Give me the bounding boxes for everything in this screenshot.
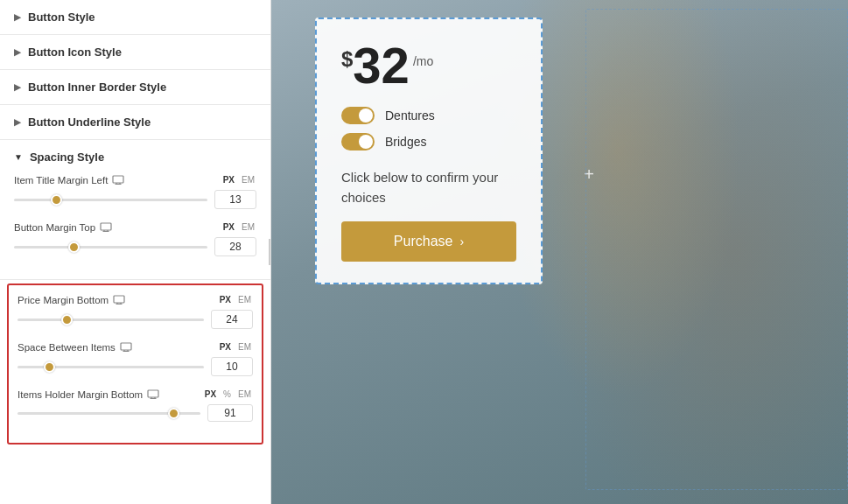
right-panel: $ 32 /mo Dentures Bridges Click below to…: [271, 0, 848, 504]
button-margin-top-label: Button Margin Top: [14, 222, 95, 233]
monitor-icon: [112, 175, 124, 185]
section-button-icon-style-label: Button Icon Style: [28, 46, 122, 59]
unit-px[interactable]: PX: [221, 221, 236, 233]
currency-symbol: $: [341, 47, 353, 72]
toggle-dentures[interactable]: [341, 107, 375, 124]
toggle-bridges-label: Bridges: [385, 135, 426, 149]
section-button-underline-style[interactable]: ▶ Button Underline Style: [0, 105, 270, 140]
field-space-between-items: Space Between Items PX EM: [18, 341, 253, 376]
toggle-bridges-row: Bridges: [341, 133, 516, 150]
spacing-style-section: ▼ Spacing Style Item Title Margin Left: [0, 140, 270, 280]
section-button-style-label: Button Style: [28, 10, 95, 24]
svg-rect-8: [114, 296, 124, 303]
button-margin-top-slider[interactable]: [14, 246, 207, 248]
items-holder-margin-bottom-spinner[interactable]: 91 90 92: [207, 404, 253, 422]
confirm-text: Click below to confirm your choices: [341, 168, 516, 207]
field-label-space-between-items: Space Between Items PX EM: [18, 341, 253, 353]
price-display: $ 32 /mo: [341, 40, 516, 91]
field-item-title-margin-left: Item Title Margin Left PX EM: [14, 174, 256, 209]
chevron-right-icon: ›: [459, 234, 464, 248]
unit-em[interactable]: EM: [236, 341, 253, 353]
unit-tabs-items-holder: PX % EM: [203, 388, 253, 400]
field-label-items-holder-margin: Items Holder Margin Bottom PX % EM: [18, 388, 253, 400]
spacing-style-label: Spacing Style: [30, 150, 104, 164]
unit-percent[interactable]: %: [221, 388, 233, 400]
purchase-button-label: Purchase: [394, 234, 453, 249]
field-label-price-margin-bottom: Price Margin Bottom PX EM: [18, 294, 253, 305]
space-between-items-label: Space Between Items: [18, 342, 116, 353]
toggle-bridges[interactable]: [341, 133, 375, 150]
unit-em[interactable]: EM: [236, 388, 253, 400]
unit-tabs-item-title: PX EM: [221, 174, 256, 186]
svg-rect-16: [148, 390, 158, 397]
arrow-icon: ▶: [14, 47, 21, 57]
monitor-icon: [120, 342, 132, 352]
unit-tabs-price-margin: PX EM: [218, 294, 253, 305]
monitor-icon: [147, 389, 159, 399]
right-dashed-outline: [585, 9, 848, 490]
section-button-icon-style[interactable]: ▶ Button Icon Style: [0, 35, 270, 70]
unit-em[interactable]: EM: [240, 174, 256, 186]
monitor-icon: [113, 295, 125, 304]
item-title-margin-left-input[interactable]: [214, 190, 256, 209]
spacing-arrow-icon: ▼: [14, 152, 23, 162]
section-button-style[interactable]: ▶ Button Style: [0, 0, 270, 35]
space-between-items-input[interactable]: [211, 357, 253, 376]
highlighted-section: Price Margin Bottom PX EM: [7, 284, 263, 444]
arrow-icon: ▶: [14, 117, 21, 127]
field-items-holder-margin-bottom: Items Holder Margin Bottom PX % EM: [18, 388, 253, 422]
arrow-icon: ▶: [14, 12, 21, 22]
items-holder-margin-bottom-label: Items Holder Margin Bottom: [18, 389, 143, 400]
price-amount: 32: [353, 40, 410, 91]
item-title-margin-left-label: Item Title Margin Left: [14, 175, 108, 186]
unit-px[interactable]: PX: [203, 388, 218, 400]
field-button-margin-top: Button Margin Top PX EM: [14, 221, 256, 256]
price-margin-bottom-slider[interactable]: [18, 318, 204, 321]
svg-rect-12: [121, 343, 131, 350]
purchase-button[interactable]: Purchase ›: [341, 221, 516, 262]
unit-em[interactable]: EM: [236, 294, 253, 305]
section-button-inner-border-style-label: Button Inner Border Style: [28, 80, 166, 94]
spacing-style-title[interactable]: ▼ Spacing Style: [14, 150, 256, 164]
unit-em[interactable]: EM: [240, 221, 256, 233]
button-margin-top-input[interactable]: [214, 237, 256, 256]
unit-tabs-space-between: PX EM: [218, 341, 253, 353]
items-holder-margin-bottom-slider[interactable]: [18, 412, 200, 415]
field-label-item-title-margin: Item Title Margin Left PX EM: [14, 174, 256, 186]
svg-rect-0: [113, 176, 123, 183]
unit-tabs-button-margin-top: PX EM: [221, 221, 256, 233]
left-panel: ▶ Button Style ▶ Button Icon Style ▶ But…: [0, 0, 271, 504]
unit-px[interactable]: PX: [221, 174, 236, 186]
pricing-card: $ 32 /mo Dentures Bridges Click below to…: [315, 18, 543, 284]
price-margin-bottom-label: Price Margin Bottom: [18, 295, 109, 305]
svg-rect-4: [101, 223, 111, 230]
arrow-icon: ▶: [14, 82, 21, 92]
toggle-dentures-label: Dentures: [385, 108, 435, 122]
price-period: /mo: [413, 54, 433, 68]
field-price-margin-bottom: Price Margin Bottom PX EM: [18, 294, 253, 329]
price-margin-bottom-input[interactable]: [211, 310, 253, 329]
toggle-dentures-row: Dentures: [341, 107, 516, 124]
unit-px[interactable]: PX: [218, 294, 233, 305]
unit-px[interactable]: PX: [218, 341, 233, 353]
item-title-margin-left-slider[interactable]: [14, 199, 207, 201]
monitor-icon: [100, 222, 112, 232]
section-button-inner-border-style[interactable]: ▶ Button Inner Border Style: [0, 70, 270, 105]
field-label-button-margin-top: Button Margin Top PX EM: [14, 221, 256, 233]
space-between-items-slider[interactable]: [18, 366, 204, 368]
section-button-underline-style-label: Button Underline Style: [28, 116, 151, 129]
